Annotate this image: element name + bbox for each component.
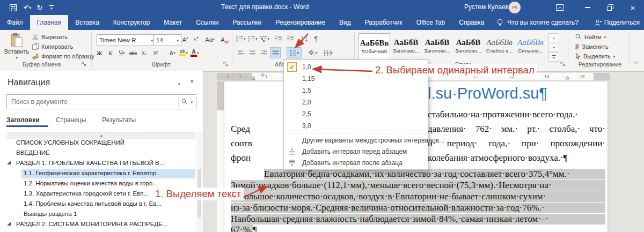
save-button[interactable] xyxy=(6,0,19,15)
multilevel-list-button[interactable]: ▾ xyxy=(260,34,269,44)
nav-options-caret-icon[interactable]: ▾ xyxy=(178,82,180,86)
justify-button[interactable] xyxy=(270,47,281,58)
nav-item[interactable]: Выводы раздела 1 xyxy=(24,211,77,217)
line-spacing-button[interactable]: ▾ xyxy=(287,47,302,58)
tab-view[interactable]: Вид xyxy=(332,15,358,30)
vertical-ruler[interactable] xyxy=(217,81,224,232)
styles-dialog-launcher[interactable] xyxy=(560,62,566,67)
font-dialog-launcher[interactable] xyxy=(223,62,229,67)
grow-font-button[interactable]: А▴ xyxy=(180,34,190,44)
undo-button[interactable]: ↶ ▾ xyxy=(20,0,34,15)
superscript-button[interactable]: x² xyxy=(151,48,160,58)
styles-more-button[interactable]: ▾ xyxy=(548,53,559,62)
paste-button[interactable]: Вставить ▾ xyxy=(3,32,30,60)
close-button[interactable]: × xyxy=(624,0,642,15)
nav-item[interactable]: 1.4. Проблемы качества питьевой воды в г… xyxy=(24,200,162,207)
align-right-button[interactable] xyxy=(259,48,268,58)
copy-button[interactable]: Копировать xyxy=(32,43,73,50)
menu-item-more-spacing-options[interactable]: Другие варианты междустрочных интервалов… xyxy=(284,134,428,146)
nav-item-selected[interactable]: 1.1. Геофизическая характеристика г. Евп… xyxy=(24,170,162,176)
nav-search-input[interactable]: Поиск в документе ▾ xyxy=(6,94,196,109)
styles-scroll-up-button[interactable]: ▴ xyxy=(548,33,559,42)
subscript-button[interactable]: x₂ xyxy=(140,48,149,58)
font-color-button[interactable]: А ▾ xyxy=(190,48,200,58)
avatar[interactable]: РК xyxy=(509,2,521,13)
tab-layout[interactable]: Макет xyxy=(157,15,189,30)
style-heading3[interactable]: АаБбВ Заголово... xyxy=(453,33,484,59)
font-size-combo[interactable]: 14 ▾ xyxy=(153,34,181,46)
nav-item[interactable]: РАЗДЕЛ 2. СИСТЕМА МОНИТОРИНГА РАСПРЕДЕ..… xyxy=(16,221,167,227)
tab-references[interactable]: Ссылки xyxy=(189,15,225,30)
bold-button[interactable]: Ж xyxy=(94,48,104,58)
strikethrough-button[interactable]: abc xyxy=(128,48,138,58)
select-button[interactable]: Выделить ▾ xyxy=(575,53,615,59)
style-heading2[interactable]: АаБбВ Заголово... xyxy=(422,33,452,59)
tab-insert[interactable]: Вставка xyxy=(68,15,106,30)
nav-close-icon[interactable]: × xyxy=(190,77,194,85)
borders-button[interactable]: ▾ xyxy=(322,48,335,58)
tab-home[interactable]: Главная xyxy=(30,15,69,30)
expand-triangle-icon[interactable] xyxy=(7,222,11,226)
menu-item-spacing-3-0[interactable]: 3,0 xyxy=(284,120,428,132)
tell-me-box[interactable]: Что вы хотите сделать? xyxy=(491,15,579,30)
redo-button[interactable]: ↻ xyxy=(34,0,45,15)
style-strong-emphasis[interactable]: АаБбВв Сильное... xyxy=(515,33,546,59)
menu-item-add-space-before[interactable]: Добавить интервал перед абзацем xyxy=(284,146,428,157)
clear-formatting-button[interactable]: А xyxy=(218,34,228,44)
increase-indent-button[interactable] xyxy=(286,34,295,44)
selected-text-line[interactable]: Евпатория·бедна·осадками,·их·количество·… xyxy=(264,169,605,179)
shrink-font-button[interactable]: А▾ xyxy=(191,34,201,44)
numbering-button[interactable]: ▾ xyxy=(248,34,258,44)
shading-button[interactable]: ▾ xyxy=(306,48,319,58)
restore-button[interactable] xyxy=(601,0,619,15)
tab-officetab[interactable]: Office Tab xyxy=(409,15,452,30)
tab-help[interactable]: Справка xyxy=(452,15,491,30)
cut-button[interactable]: Вырезать xyxy=(32,34,68,40)
text-effects-button[interactable]: А▾ xyxy=(167,48,177,58)
selected-text-line[interactable]: Наибольшая·средняя·влажность·наблюдается… xyxy=(231,214,605,224)
tab-developer[interactable]: Разработчик xyxy=(358,15,409,30)
selected-fragment[interactable]: 67·%. xyxy=(231,224,253,232)
tab-review[interactable]: Рецензирование xyxy=(268,15,332,30)
sort-button[interactable]: АЯ xyxy=(299,34,309,44)
menu-item-spacing-2-5[interactable]: 2,5 xyxy=(284,108,428,120)
styles-scroll-down-button[interactable]: ▾ xyxy=(548,43,559,52)
share-button[interactable]: Поделиться xyxy=(595,15,640,30)
menu-item-add-space-after[interactable]: Добавить интервал после абзаца xyxy=(284,157,428,168)
show-marks-button[interactable]: ¶ xyxy=(311,34,321,44)
nav-tab-results[interactable]: Результаты xyxy=(102,116,136,124)
user-name[interactable]: Рустем Кулаев xyxy=(464,3,509,11)
font-family-combo[interactable]: Times New R ▾ xyxy=(97,34,156,46)
style-heading1[interactable]: АаБбВ Заголово... xyxy=(391,33,421,59)
change-case-button[interactable]: Аа▾ xyxy=(205,34,215,44)
nav-item[interactable]: 1.2. Нормативы оценки качества воды в го… xyxy=(24,180,158,186)
minimize-button[interactable] xyxy=(579,0,597,15)
highlight-button[interactable]: ab ▾ xyxy=(179,48,188,58)
customize-qat-button[interactable]: ▾ xyxy=(46,0,57,15)
nav-item[interactable]: СПИСОК УСЛОВНЫХ СОКРАЩЕНИЙ xyxy=(16,139,125,146)
collapse-ribbon-button[interactable] xyxy=(633,61,639,64)
find-button[interactable]: Найти ▾ xyxy=(575,34,606,40)
tab-file[interactable]: Файл xyxy=(0,15,30,30)
tab-design[interactable]: Конструктор xyxy=(106,15,157,30)
menu-item-spacing-1-5[interactable]: 1,5 xyxy=(284,85,428,96)
menu-item-spacing-2-0[interactable]: 2,0 xyxy=(284,96,428,108)
decrease-indent-button[interactable] xyxy=(274,34,283,44)
selected-text-line[interactable]: Зимой·осадков·больше·(112,1·мм),·меньше·… xyxy=(231,180,605,191)
expand-triangle-icon[interactable] xyxy=(7,161,11,164)
style-normal[interactable]: АаБбВв ¶Обычный xyxy=(358,33,390,60)
align-left-button[interactable] xyxy=(236,48,246,58)
search-caret-icon[interactable]: ▾ xyxy=(191,100,193,104)
ribbon-display-options-button[interactable] xyxy=(551,0,569,15)
bullets-button[interactable]: ▾ xyxy=(236,34,246,44)
nav-tab-pages[interactable]: Страницы xyxy=(56,116,86,124)
align-center-button[interactable] xyxy=(247,48,257,58)
selected-text-last-line[interactable]: 67·%.¶ xyxy=(231,224,257,232)
selected-text-line[interactable]: небольшое·количество·осадков,·воздух·в·Е… xyxy=(231,191,605,202)
style-subtle-emphasis[interactable]: АаБбВв Слабое в... xyxy=(484,33,515,59)
nav-item[interactable]: ВВЕДЕНИЕ xyxy=(16,149,50,156)
nav-scroll-up-button[interactable]: ▲ xyxy=(8,132,195,139)
underline-button[interactable]: Ч▾ xyxy=(117,48,127,58)
tab-mailings[interactable]: Рассылки xyxy=(225,15,268,30)
italic-button[interactable]: К xyxy=(106,48,115,58)
